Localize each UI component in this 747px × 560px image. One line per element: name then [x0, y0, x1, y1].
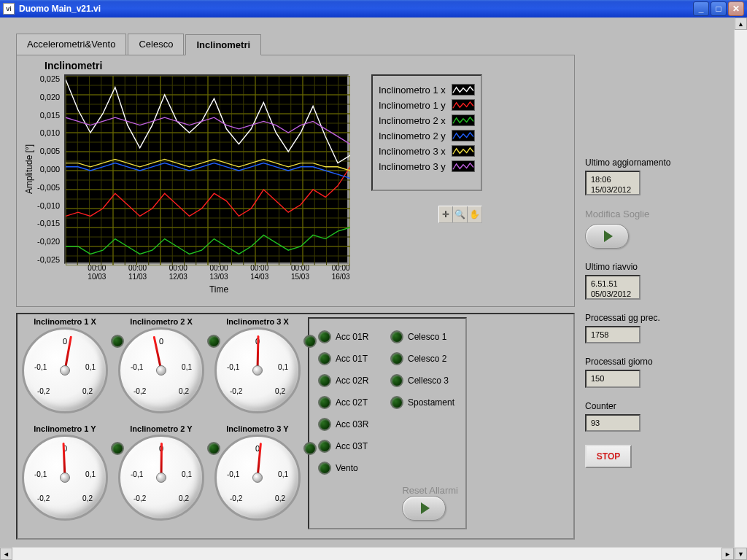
client-area: Accelerometri&Vento Celesco Inclinometri… [0, 18, 747, 560]
chart-plot-area[interactable] [64, 74, 349, 264]
gauge-title: Inclinometro 2 Y [118, 424, 204, 433]
legend-swatch [452, 99, 475, 111]
status-led-label: Celesco 2 [408, 354, 458, 364]
counter-label: Counter [585, 401, 724, 411]
chart-ylabel: Amplitude [°] [24, 74, 34, 264]
chart-yticks: 0,0250,0200,0150,0100,0050,000-0,005-0,0… [37, 74, 64, 264]
pan-tool-icon[interactable]: ✋ [468, 206, 481, 222]
gauge-title: Inclinometro 3 Y [214, 424, 301, 433]
gauge-dial: 0-0,10,1-0,20,2 [22, 435, 108, 521]
legend-item[interactable]: Inclinometro 3 x [379, 145, 475, 157]
last-update-label: Ultimo aggiornamento [585, 158, 724, 168]
status-led [318, 440, 331, 453]
zoom-tool-icon[interactable]: 🔍 [453, 206, 468, 222]
processed-prev-value: 1758 [585, 326, 640, 343]
legend-item[interactable]: Inclinometro 2 y [379, 130, 475, 141]
modify-thresholds-label: Modifica Soglie [585, 209, 724, 219]
processed-day-value: 150 [585, 370, 640, 387]
close-button[interactable]: ✕ [728, 1, 744, 16]
status-led-label: Acc 01T [336, 354, 386, 364]
gauge-cell: Inclinometro 3 Y0-0,10,1-0,20,2 [214, 424, 301, 530]
legend-swatch [452, 84, 475, 96]
processed-prev-label: Processati gg prec. [585, 313, 724, 323]
legend-item[interactable]: Inclinometro 1 y [379, 99, 475, 111]
gauge-dial: 0-0,10,1-0,20,2 [214, 327, 301, 413]
vertical-scrollbar[interactable]: ▲ ▼ [734, 18, 747, 560]
counter-value: 93 [585, 414, 640, 432]
scroll-left-icon[interactable]: ◄ [0, 548, 12, 560]
gauge-cell: Inclinometro 1 Y0-0,10,1-0,20,2 [22, 424, 108, 530]
gauge-status-led [303, 442, 317, 455]
legend-item[interactable]: Inclinometro 2 x [379, 114, 475, 126]
processed-day-label: Processati giorno [585, 357, 724, 367]
status-led-label: Acc 01R [336, 332, 386, 342]
graph-palette: ✛ 🔍 ✋ [438, 206, 482, 223]
scroll-up-icon[interactable]: ▲ [735, 18, 747, 30]
chart-xticks: 00:0010/0300:0011/0300:0012/0300:0013/03… [77, 264, 361, 281]
gauge-title: Inclinometro 2 X [118, 317, 204, 326]
status-led-label: Acc 03R [336, 419, 386, 429]
status-led-label: Acc 02R [336, 376, 386, 386]
gauge-dial: 0-0,10,1-0,20,2 [118, 327, 204, 413]
gauge-status-led [303, 335, 317, 348]
stop-button[interactable]: STOP [585, 445, 632, 468]
status-led [318, 352, 331, 365]
status-led [390, 374, 403, 387]
gauge-title: Inclinometro 3 X [214, 317, 301, 326]
gauge-dial: 0-0,10,1-0,20,2 [214, 435, 301, 521]
gauge-cell: Inclinometro 3 X0-0,10,1-0,20,2 [214, 317, 301, 423]
status-led [318, 418, 331, 431]
status-led-label: Acc 02T [336, 397, 386, 408]
last-restart-value: 6.51.51 05/03/2012 [585, 275, 640, 300]
gauges-panel: Inclinometro 1 X0-0,10,1-0,20,2Inclinome… [16, 313, 575, 540]
front-panel: Accelerometri&Vento Celesco Inclinometri… [0, 18, 734, 547]
gauge-cell: Inclinometro 2 Y0-0,10,1-0,20,2 [118, 424, 204, 530]
tab-inclinometri[interactable]: Inclinometri [185, 34, 261, 55]
chart-title: Inclinometri [44, 60, 567, 71]
status-led [318, 330, 331, 343]
gauge-cell: Inclinometro 1 X0-0,10,1-0,20,2 [22, 317, 108, 423]
status-led-label: Acc 03T [336, 441, 386, 451]
legend-item[interactable]: Inclinometro 1 x [379, 84, 475, 96]
legend-swatch [452, 114, 475, 126]
status-led-label: Vento [336, 463, 386, 473]
gauge-grid: Inclinometro 1 X0-0,10,1-0,20,2Inclinome… [22, 317, 301, 529]
modify-thresholds-button[interactable] [585, 224, 629, 249]
status-led [318, 374, 331, 387]
window-title: Duomo Main_v21.vi [19, 4, 101, 14]
status-led-label: Cellesco 3 [408, 376, 458, 386]
gauge-title: Inclinometro 1 Y [22, 424, 108, 433]
legend-swatch [452, 130, 475, 141]
status-led [390, 396, 403, 409]
titlebar[interactable]: vi Duomo Main_v21.vi _ □ ✕ [0, 0, 747, 18]
last-restart-label: Ultimo riavvio [585, 262, 724, 272]
scroll-right-icon[interactable]: ► [721, 548, 734, 560]
tab-page-inclinometri: Inclinometri Amplitude [°] 0,0250,0200,0… [16, 55, 575, 307]
status-panel: Acc 01RCelesco 1Acc 01TCelesco 2Acc 02RC… [308, 317, 467, 529]
maximize-button[interactable]: □ [711, 1, 727, 16]
play-icon [604, 230, 613, 242]
tab-bar: Accelerometri&Vento Celesco Inclinometri [16, 34, 575, 55]
tab-celesco[interactable]: Celesco [128, 34, 184, 55]
play-icon [421, 502, 430, 514]
gauge-dial: 0-0,10,1-0,20,2 [22, 327, 108, 413]
crosshair-tool-icon[interactable]: ✛ [439, 206, 454, 222]
status-led [318, 462, 331, 475]
status-led [318, 396, 331, 409]
status-led-label: Celesco 1 [408, 332, 458, 342]
gauge-dial: 0-0,10,1-0,20,2 [118, 435, 204, 521]
status-led-label: Spostament [408, 397, 458, 408]
tab-accelerometri[interactable]: Accelerometri&Vento [16, 34, 126, 55]
minimize-button[interactable]: _ [693, 1, 709, 16]
horizontal-scrollbar[interactable]: ◄ ► [0, 547, 734, 560]
reset-alarms-label: Reset Allarmi [402, 485, 458, 496]
scroll-down-icon[interactable]: ▼ [735, 548, 747, 560]
status-led [390, 330, 403, 343]
legend-item[interactable]: Inclinometro 3 y [379, 160, 475, 172]
reset-alarms-button[interactable] [402, 496, 446, 521]
chart: Amplitude [°] 0,0250,0200,0150,0100,0050… [24, 74, 361, 295]
last-update-value: 18:06 15/03/2012 [585, 171, 640, 195]
chart-legend: Inclinometro 1 xInclinometro 1 yInclinom… [371, 74, 482, 191]
legend-swatch [452, 160, 475, 172]
status-led [390, 352, 403, 365]
